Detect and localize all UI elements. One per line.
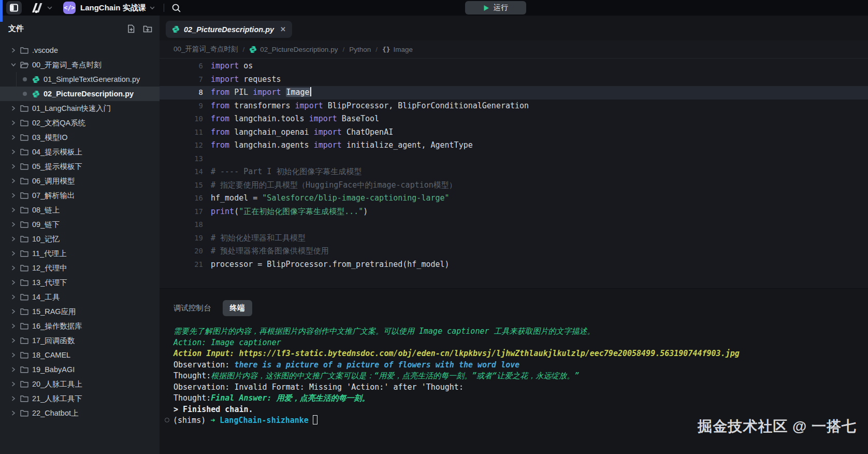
- tree-item-18_CAMEL[interactable]: 18_CAMEL: [0, 348, 160, 362]
- code-line-9[interactable]: 9from transformers import BlipProcessor,…: [160, 100, 868, 113]
- tree-item-08_-[interactable]: 08_链上: [0, 203, 160, 217]
- code-line-11[interactable]: 11from langchain_openai import ChatOpenA…: [160, 126, 868, 139]
- editor-tab[interactable]: 02_PictureDescription.py ✕: [166, 21, 292, 38]
- new-file-icon[interactable]: [127, 24, 136, 33]
- new-folder-icon[interactable]: [143, 24, 152, 33]
- panel-toggle-button[interactable]: [6, 1, 22, 15]
- tree-item-label: 21_人脉工具下: [32, 394, 82, 404]
- terminal-output[interactable]: 需要先了解图片的内容，再根据图片内容创作中文推广文案。可以使用 Image ca…: [173, 326, 863, 427]
- tree-item-15_RAG-[interactable]: 15_RAG应用: [0, 304, 160, 319]
- tree-item-label: .vscode: [32, 46, 58, 54]
- tab-terminal[interactable]: 终端: [223, 300, 252, 316]
- chevron-right-icon: [9, 135, 18, 140]
- tree-item-label: 08_链上: [32, 205, 60, 215]
- folder-icon: [20, 134, 28, 141]
- code-line-15[interactable]: 15# 指定要使用的工具模型（HuggingFace中的image-captio…: [160, 179, 868, 192]
- line-number: 17: [160, 205, 203, 219]
- code-line-14[interactable]: 14# ---- Part I 初始化图像字幕生成模型: [160, 165, 868, 179]
- file-explorer-sidebar: 文件 .vscode00_开篇词_奇点时刻01_SimpleTextGenera…: [0, 16, 160, 454]
- code-line-17[interactable]: 17print("正在初始化图像字幕生成模型..."): [160, 205, 868, 219]
- breadcrumb-file[interactable]: 02_PictureDescription.py: [249, 46, 338, 53]
- tree-item-.vscode[interactable]: .vscode: [0, 43, 160, 58]
- code-text: from langchain_openai import ChatOpenAI: [211, 126, 393, 139]
- code-line-19[interactable]: 19# 初始化处理器和工具模型: [160, 232, 868, 245]
- modified-dot-indicator: [21, 92, 29, 96]
- tree-item-05_-[interactable]: 05_提示模板下: [0, 159, 160, 174]
- tree-item-01_LangChain-[interactable]: 01_LangChain快速入门: [0, 101, 160, 116]
- code-text: from langchain.agents import initialize_…: [211, 139, 473, 152]
- terminal-line: Action: Image captioner: [173, 337, 863, 349]
- folder-icon: [20, 206, 28, 214]
- line-number: 10: [160, 112, 203, 126]
- tree-item-13_-[interactable]: 13_代理下: [0, 275, 160, 290]
- project-name[interactable]: LangChain 实战课: [80, 3, 146, 13]
- tree-item-10_-[interactable]: 10_记忆: [0, 232, 160, 246]
- tree-item-label: 04_提示模板上: [32, 147, 82, 157]
- topbar: </> LangChain 实战课 运行: [0, 0, 868, 16]
- chevron-right-icon: [9, 309, 18, 314]
- tree-item-label: 15_RAG应用: [32, 307, 76, 317]
- code-text: import requests: [211, 73, 281, 87]
- chevron-right-icon: [9, 120, 18, 125]
- breadcrumb-separator: /: [243, 46, 245, 53]
- code-line-16[interactable]: 16hf_model = "Salesforce/blip-image-capt…: [160, 192, 868, 205]
- folder-icon: [20, 395, 28, 402]
- line-number: 13: [160, 152, 203, 166]
- folder-icon: [20, 337, 28, 344]
- tree-item-14_-[interactable]: 14_工具: [0, 290, 160, 304]
- breadcrumb-folder[interactable]: 00_开篇词_奇点时刻: [173, 45, 238, 54]
- code-line-18[interactable]: 18: [160, 218, 868, 232]
- tree-item-02_-QA-[interactable]: 02_文档QA系统: [0, 116, 160, 130]
- breadcrumb-language[interactable]: Python: [349, 46, 371, 53]
- tree-item-label: 18_CAMEL: [32, 351, 70, 359]
- close-icon[interactable]: ✕: [280, 25, 286, 33]
- line-number: 11: [160, 126, 203, 139]
- tree-item-11_-[interactable]: 11_代理上: [0, 246, 160, 261]
- search-icon[interactable]: [171, 3, 181, 13]
- tree-item-21_-[interactable]: 21_人脉工具下: [0, 391, 160, 406]
- terminal-line: 需要先了解图片的内容，再根据图片内容创作中文推广文案。可以使用 Image ca…: [173, 326, 863, 337]
- tree-item-label: 19_BabyAGI: [32, 365, 75, 374]
- line-number: 12: [160, 139, 203, 152]
- marscode-logo[interactable]: [30, 2, 44, 14]
- code-text: hf_model = "Salesforce/blip-image-captio…: [211, 192, 450, 205]
- tree-item-17_-[interactable]: 17_回调函数: [0, 333, 160, 348]
- folder-icon: [20, 279, 28, 286]
- tab-debug-console[interactable]: 调试控制台: [173, 303, 211, 313]
- tree-item-label: 05_提示模板下: [32, 162, 82, 172]
- tree-item-02_PictureDescription.py[interactable]: 02_PictureDescription.py: [0, 87, 160, 101]
- code-line-10[interactable]: 10from langchain.tools import BaseTool: [160, 112, 868, 126]
- code-line-12[interactable]: 12from langchain.agents import initializ…: [160, 139, 868, 152]
- tree-item-label: 06_调用模型: [32, 176, 75, 186]
- code-line-7[interactable]: 7import requests: [160, 73, 868, 87]
- tree-item-12_-[interactable]: 12_代理中: [0, 261, 160, 275]
- tree-item-label: 07_解析输出: [32, 191, 75, 201]
- code-line-13[interactable]: 13: [160, 152, 868, 166]
- folder-icon: [20, 380, 28, 388]
- file-tree: .vscode00_开篇词_奇点时刻01_SimpleTextGeneratio…: [0, 43, 160, 420]
- code-editor[interactable]: 6import os7import requests8from PIL impo…: [160, 59, 868, 271]
- chevron-down-icon[interactable]: [149, 5, 155, 11]
- tree-item-09_-[interactable]: 09_链下: [0, 217, 160, 232]
- chevron-down-icon[interactable]: [47, 5, 53, 11]
- code-line-21[interactable]: 21processor = BlipProcessor.from_pretrai…: [160, 258, 868, 272]
- folder-icon: [20, 293, 28, 301]
- tree-item-06_-[interactable]: 06_调用模型: [0, 174, 160, 188]
- tree-item-16_-[interactable]: 16_操作数据库: [0, 319, 160, 333]
- tree-item-19_BabyAGI[interactable]: 19_BabyAGI: [0, 362, 160, 377]
- tree-item-22_Chatbot-[interactable]: 22_Chatbot上: [0, 406, 160, 420]
- tree-item-04_-[interactable]: 04_提示模板上: [0, 145, 160, 159]
- chevron-right-icon: [9, 352, 18, 358]
- tree-item-00_-_-[interactable]: 00_开篇词_奇点时刻: [0, 58, 160, 72]
- chevron-right-icon: [9, 367, 18, 372]
- code-line-20[interactable]: 20# 预处理器将准备图像供模型使用: [160, 245, 868, 258]
- code-line-8[interactable]: 8from PIL import Image: [160, 86, 868, 100]
- tree-item-07_-[interactable]: 07_解析输出: [0, 188, 160, 203]
- tree-item-01_SimpleTextGeneration.py[interactable]: 01_SimpleTextGeneration.py: [0, 72, 160, 87]
- code-line-6[interactable]: 6import os: [160, 60, 868, 73]
- chevron-right-icon: [9, 294, 18, 300]
- tree-item-20_-[interactable]: 20_人脉工具上: [0, 377, 160, 391]
- tree-item-03_-IO[interactable]: 03_模型IO: [0, 130, 160, 145]
- breadcrumb-symbol[interactable]: {} Image: [382, 46, 413, 53]
- run-button[interactable]: 运行: [465, 1, 526, 15]
